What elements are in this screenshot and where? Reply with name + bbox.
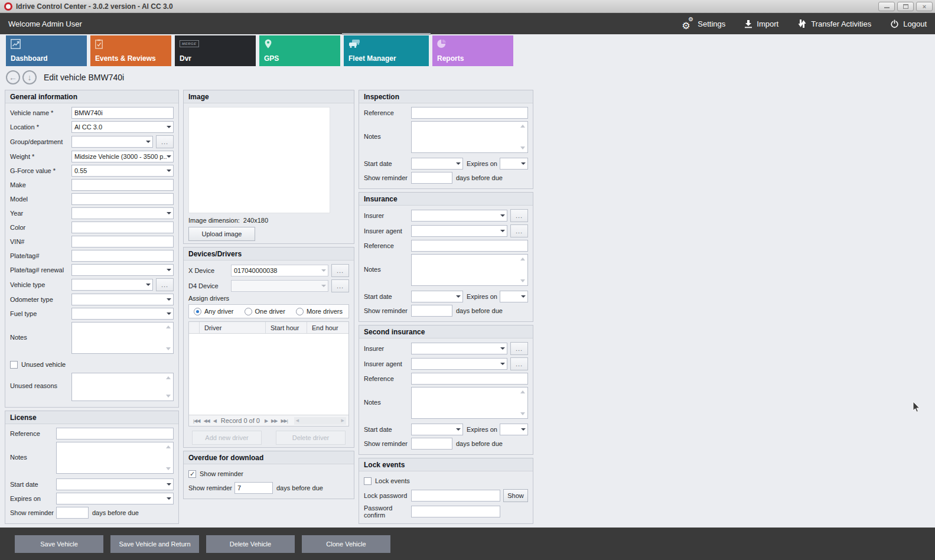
unused-reasons-textarea[interactable] (71, 373, 174, 401)
drivers-col-end-hour[interactable]: End hour (307, 322, 348, 333)
x-device-select[interactable]: 017040000038 (231, 265, 328, 276)
fuel-type-select[interactable] (71, 308, 174, 320)
back-button[interactable]: ← (6, 70, 20, 84)
lock-events-checkbox[interactable] (364, 477, 372, 485)
general-notes-textarea[interactable] (71, 322, 174, 354)
group-department-select[interactable] (71, 136, 153, 148)
password-confirm-label: Password confirm (364, 504, 411, 519)
license-notes-textarea[interactable] (56, 442, 174, 474)
license-reference-input[interactable] (56, 428, 174, 439)
chevron-down-icon (167, 483, 171, 486)
second-insurance-reference-input[interactable] (411, 373, 528, 385)
tab-fleet-manager[interactable]: Fleet Manager (344, 35, 429, 66)
settings-label: Settings (698, 19, 725, 28)
insurance-reference-input[interactable] (411, 240, 528, 252)
record-last-button[interactable]: ▶▶| (281, 418, 287, 424)
horizontal-scrollbar[interactable]: ◀ ▶ (294, 417, 346, 425)
insurance-expires-select[interactable] (500, 291, 528, 302)
weight-select[interactable]: Midsize Vehicle (3000 - 3500 p... (71, 151, 174, 162)
inspection-reference-input[interactable] (411, 107, 528, 119)
license-expires-select[interactable] (56, 493, 174, 504)
second-insurance-reminder-input[interactable] (411, 438, 452, 450)
inspection-expires-select[interactable] (500, 158, 528, 170)
vin-input[interactable] (71, 236, 174, 248)
tab-dvr[interactable]: MERGE Dvr (175, 35, 256, 66)
make-input[interactable] (71, 179, 174, 191)
second-insurance-insurer-select[interactable] (411, 343, 507, 354)
plate-renewal-select[interactable] (71, 264, 174, 276)
tab-reports-label: Reports (437, 54, 464, 63)
color-input[interactable] (71, 222, 174, 233)
record-first-button[interactable]: |◀◀ (193, 418, 200, 424)
unused-vehicle-checkbox[interactable] (10, 361, 18, 369)
close-button[interactable]: × (916, 2, 933, 11)
overdue-reminder-input[interactable] (234, 482, 273, 494)
plate-tag-input[interactable] (71, 250, 174, 262)
record-next-button[interactable]: ▶ (265, 418, 268, 424)
drivers-col-driver[interactable]: Driver (200, 322, 266, 333)
tab-gps[interactable]: GPS (259, 35, 340, 66)
add-new-driver-button[interactable]: Add new driver (192, 431, 262, 445)
vehicle-type-browse-button[interactable]: ... (156, 278, 174, 291)
delete-driver-button[interactable]: Delete driver (276, 431, 346, 445)
save-vehicle-button[interactable]: Save Vehicle (15, 535, 103, 553)
second-insurance-expires-select[interactable] (500, 424, 528, 435)
insurance-insurer-select[interactable] (411, 210, 507, 222)
model-input[interactable] (71, 193, 174, 205)
scroll-down-button[interactable]: ↓ (22, 70, 37, 84)
show-password-button[interactable]: Show (503, 489, 528, 502)
password-confirm-input[interactable] (411, 506, 500, 517)
year-select[interactable] (71, 207, 174, 219)
insurance-insurer-browse-button[interactable]: ... (510, 209, 528, 222)
clone-vehicle-button[interactable]: Clone Vehicle (302, 535, 390, 553)
license-start-date-select[interactable] (56, 478, 174, 490)
tab-events-reviews[interactable]: Events & Reviews (90, 35, 171, 66)
inspection-start-date-label: Start date (364, 160, 411, 167)
overdue-show-reminder-checkbox[interactable]: ✓ (188, 470, 196, 478)
d4-device-browse-button[interactable]: ... (331, 279, 349, 292)
save-vehicle-return-button[interactable]: Save Vehicle and Return (110, 535, 199, 553)
radio-one-driver[interactable]: One driver (245, 308, 285, 315)
drivers-col-start-hour[interactable]: Start hour (266, 322, 307, 333)
inspection-notes-textarea[interactable] (411, 121, 528, 153)
second-insurance-agent-browse-button[interactable]: ... (510, 357, 528, 370)
tab-fleet-manager-label: Fleet Manager (348, 54, 396, 63)
insurance-start-date-select[interactable] (411, 291, 463, 302)
second-insurance-insurer-browse-button[interactable]: ... (510, 342, 528, 355)
inspection-start-date-select[interactable] (411, 158, 463, 170)
minimize-button[interactable] (878, 2, 895, 11)
record-next-page-button[interactable]: ▶▶ (271, 418, 277, 424)
tab-dashboard[interactable]: Dashboard (6, 35, 87, 66)
gforce-select[interactable]: 0.55 (71, 165, 174, 177)
tab-reports[interactable]: Reports (432, 35, 513, 66)
x-device-browse-button[interactable]: ... (331, 264, 349, 277)
insurance-reminder-input[interactable] (411, 305, 452, 317)
import-button[interactable]: Import (744, 19, 778, 28)
location-select[interactable]: Al CC 3.0 (71, 121, 174, 133)
radio-more-drivers[interactable]: More drivers (296, 308, 343, 315)
lock-password-input[interactable] (411, 490, 500, 502)
license-reminder-input[interactable] (56, 507, 89, 519)
logout-button[interactable]: Logout (890, 19, 927, 28)
insurance-notes-textarea[interactable] (411, 254, 528, 286)
settings-button[interactable]: ⚙⚙ Settings (682, 18, 725, 29)
group-department-browse-button[interactable]: ... (156, 135, 174, 148)
second-insurance-notes-textarea[interactable] (411, 387, 528, 419)
vehicle-type-select[interactable] (71, 279, 153, 291)
odometer-type-select[interactable] (71, 294, 174, 305)
insurance-agent-browse-button[interactable]: ... (510, 224, 528, 237)
d4-device-select[interactable] (231, 280, 328, 292)
record-prev-page-button[interactable]: ◀◀ (203, 418, 209, 424)
insurance-agent-select[interactable] (411, 225, 507, 237)
transfer-activities-button[interactable]: Transfer Activities (797, 19, 871, 28)
maximize-button[interactable] (897, 2, 914, 11)
radio-any-driver[interactable]: Any driver (194, 308, 234, 315)
vehicle-name-input[interactable] (71, 107, 174, 119)
second-insurance-agent-select[interactable] (411, 358, 507, 370)
chart-icon (11, 39, 21, 49)
delete-vehicle-button[interactable]: Delete Vehicle (206, 535, 295, 553)
inspection-reminder-input[interactable] (411, 172, 452, 184)
record-prev-button[interactable]: ◀ (213, 418, 216, 424)
second-insurance-start-date-select[interactable] (411, 424, 463, 435)
upload-image-button[interactable]: Upload image (188, 227, 255, 241)
